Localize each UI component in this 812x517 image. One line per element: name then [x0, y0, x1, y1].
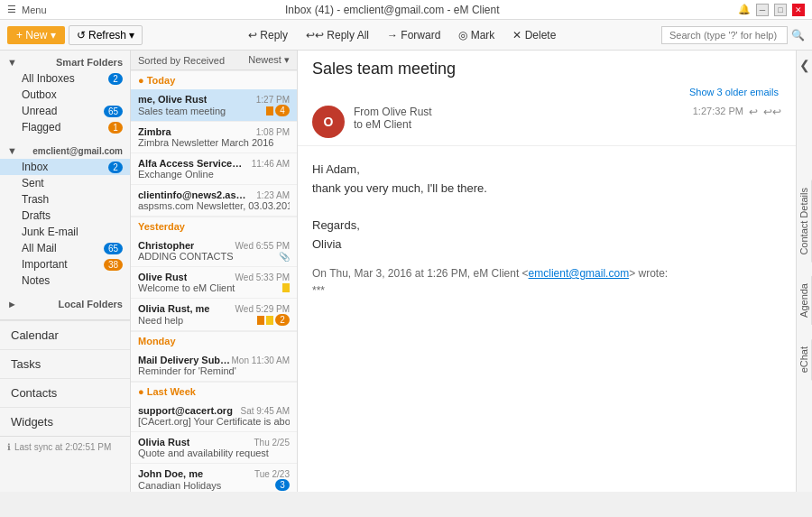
reply-all-button[interactable]: ↩↩ Reply All: [300, 26, 375, 44]
unread-badge: 65: [104, 106, 123, 117]
email-item[interactable]: me, Olive Rust 1:27 PM Sales team meetin…: [131, 89, 297, 122]
email-badge: 2: [275, 314, 290, 326]
search-input[interactable]: [661, 26, 788, 44]
sidebar-item-trash[interactable]: Trash: [0, 191, 130, 208]
refresh-button[interactable]: ↺ Refresh ▾: [69, 25, 143, 45]
email-item[interactable]: Alfa Access Services Ltd 11:46 AM Exchan…: [131, 153, 297, 185]
sidebar-nav-contacts[interactable]: Contacts: [0, 378, 130, 407]
sidebar-item-important[interactable]: Important 38: [0, 256, 130, 272]
show-older-link[interactable]: Show 3 older emails: [312, 84, 781, 100]
email-sender: me, Olive Rust: [138, 94, 207, 105]
email-item-top: me, Olive Rust 1:27 PM: [138, 94, 290, 105]
close-button[interactable]: ✕: [792, 4, 805, 16]
email-time: 1:08 PM: [256, 127, 290, 137]
minimize-button[interactable]: ─: [756, 4, 769, 16]
sidebar-nav-tasks[interactable]: Tasks: [0, 349, 130, 378]
email-item[interactable]: Zimbra 1:08 PM Zimbra Newsletter March 2…: [131, 122, 297, 153]
all-inboxes-label: All Inboxes: [22, 72, 75, 85]
toolbar-right: 🔍: [661, 26, 805, 44]
email-item[interactable]: clientinfo@news2.aspsms.com 1:23 AM asps…: [131, 185, 297, 217]
email-item-top: Mail Delivery Subsystem Mon 11:30 AM: [138, 355, 290, 365]
delete-button[interactable]: ✕ Delete: [506, 26, 562, 44]
email-item[interactable]: John Doe, me Tue 2/23 Canadian Holidays …: [131, 464, 297, 492]
sidebar-item-inbox[interactable]: Inbox 2: [0, 159, 130, 175]
sidebar-item-notes[interactable]: Notes: [0, 272, 130, 289]
sync-icon: ℹ: [7, 442, 11, 452]
sidebar-item-all-inboxes[interactable]: All Inboxes 2: [0, 70, 130, 87]
sort-order[interactable]: Newest ▾: [248, 54, 290, 66]
email-flags: 2: [257, 314, 290, 326]
local-folders-label: Local Folders: [58, 299, 123, 309]
from-label: From Olive Rust: [354, 106, 432, 118]
email-sender: Olive Rust: [138, 272, 187, 282]
sidebar-item-unread[interactable]: Unread 65: [0, 103, 130, 119]
email-sender: John Doe, me: [138, 468, 203, 479]
subject-text: ADDING CONTACTS: [138, 251, 234, 262]
outbox-label: Outbox: [22, 88, 57, 101]
email-body: Hi Adam, thank you very much, I'll be th…: [298, 146, 796, 314]
email-sender: Zimbra: [138, 126, 171, 137]
email-item-top: support@cacert.org Sat 9:45 AM: [138, 405, 290, 416]
subject-text: Quote and availability request: [138, 448, 269, 458]
sidebar-item-flagged[interactable]: Flagged 1: [0, 119, 130, 135]
inbox-badge: 2: [108, 162, 123, 173]
reply-button[interactable]: ↩ Reply: [242, 26, 294, 44]
window-controls: 🔔 ─ □ ✕: [738, 4, 805, 16]
all-mail-badge: 65: [104, 243, 123, 254]
panel-collapse-button[interactable]: ❮: [799, 58, 810, 72]
sidebar-nav-calendar[interactable]: Calendar: [0, 320, 130, 349]
email-meta: O From Olive Rust to eM Client 1:27:32 P…: [312, 106, 781, 138]
quoted-email-link[interactable]: emclient@gmail.com: [529, 267, 630, 280]
email-item[interactable]: Christopher Wed 6:55 PM ADDING CONTACTS …: [131, 235, 297, 267]
reply-all-icon[interactable]: ↩↩: [763, 106, 781, 118]
date-group-lastweek: ● Last Week: [131, 382, 297, 401]
email-item[interactable]: Olivia Rust Thu 2/25 Quote and availabil…: [131, 432, 297, 464]
date-group-monday: Monday: [131, 331, 297, 350]
avatar-initial: O: [324, 115, 334, 129]
email-item-top: clientinfo@news2.aspsms.com 1:23 AM: [138, 189, 290, 200]
email-item[interactable]: Mail Delivery Subsystem Mon 11:30 AM Rem…: [131, 350, 297, 382]
title-bar: ☰ Menu Inbox (41) - emclient@gmail.com -…: [0, 0, 812, 20]
email-item-top: Olivia Rust, me Wed 5:29 PM: [138, 303, 290, 314]
mark-button[interactable]: ◎ Mark: [452, 26, 501, 44]
unread-label: Unread: [22, 105, 57, 117]
trash-label: Trash: [22, 193, 49, 206]
sidebar-item-outbox[interactable]: Outbox: [0, 87, 130, 103]
echat-tab[interactable]: eChat: [797, 339, 812, 380]
email-item[interactable]: Olive Rust Wed 5:33 PM Welcome to eM Cli…: [131, 267, 297, 299]
sidebar-nav-widgets[interactable]: Widgets: [0, 407, 130, 436]
sidebar-item-drafts[interactable]: Drafts: [0, 208, 130, 224]
to-label: to eM Client: [354, 118, 411, 131]
new-button[interactable]: + New ▾: [7, 26, 65, 44]
date-group-today: ● Today: [131, 70, 297, 89]
account-heading[interactable]: ▼ emclient@gmail.com: [0, 143, 130, 159]
quoted-header-text: On Thu, Mar 3, 2016 at 1:26 PM, eM Clien…: [312, 267, 529, 280]
sidebar-item-all-mail[interactable]: All Mail 65: [0, 240, 130, 256]
search-icon[interactable]: 🔍: [791, 29, 805, 42]
email-item-top: Alfa Access Services Ltd 11:46 AM: [138, 158, 290, 169]
email-item-top: Zimbra 1:08 PM: [138, 126, 290, 137]
quoted-header-end: > wrote:: [629, 267, 668, 280]
local-folders-heading[interactable]: ► Local Folders: [0, 296, 130, 312]
body-line-3: Regards,: [312, 217, 781, 235]
sidebar-item-sent[interactable]: Sent: [0, 175, 130, 191]
smart-folders-heading[interactable]: ▼ Smart Folders: [0, 54, 130, 70]
agenda-tab[interactable]: Agenda: [797, 276, 812, 325]
email-item[interactable]: support@cacert.org Sat 9:45 AM [CAcert.o…: [131, 401, 297, 432]
reply-icon[interactable]: ↩: [749, 106, 758, 118]
notification-icon: 🔔: [738, 4, 751, 16]
menu-label[interactable]: Menu: [22, 5, 47, 15]
contact-details-tab[interactable]: Contact Details: [797, 180, 812, 263]
sidebar-item-junk[interactable]: Junk E-mail: [0, 224, 130, 240]
forward-button[interactable]: → Forward: [381, 26, 447, 44]
email-item[interactable]: Olivia Rust, me Wed 5:29 PM Need help 2: [131, 299, 297, 331]
date-group-yesterday: Yesterday: [131, 217, 297, 235]
maximize-button[interactable]: □: [774, 4, 787, 16]
email-time: 1:27 PM: [256, 95, 290, 105]
flagged-label: Flagged: [22, 121, 60, 134]
email-time: 11:46 AM: [252, 159, 290, 169]
email-sender: Olivia Rust, me: [138, 303, 209, 314]
all-mail-label: All Mail: [22, 242, 57, 254]
attachment-icon: 📎: [279, 252, 290, 262]
email-subject: Reminder for 'Remind': [138, 365, 290, 376]
